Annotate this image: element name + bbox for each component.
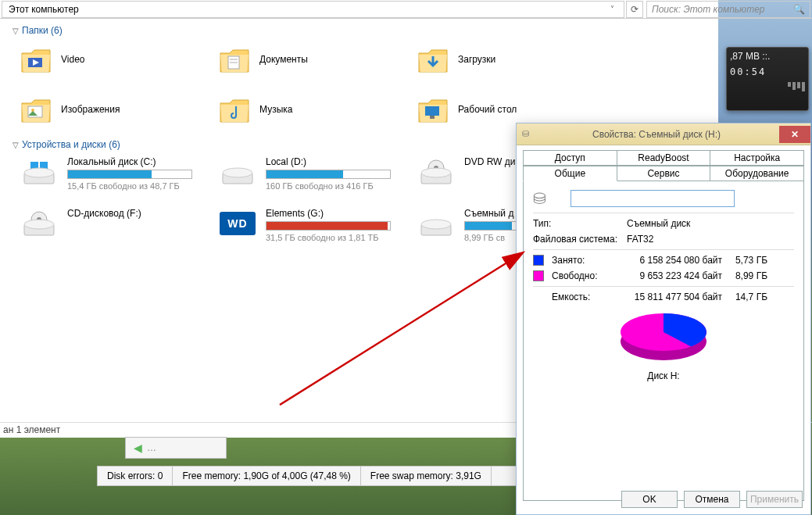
properties-title: Свойства: Съемный диск (H:) — [534, 129, 779, 140]
folder-item-img[interactable]: Изображения — [20, 92, 216, 127]
disk-errors-cell: Disk errors: 0 — [98, 467, 173, 485]
drive-item[interactable]: CD-дисковод (F:) — [20, 208, 216, 242]
drive-subtext: 31,5 ГБ свободно из 1,81 ТБ — [266, 233, 414, 242]
folder-label: Изображения — [61, 104, 120, 115]
section-header-folders[interactable]: ▽ Папки (6) — [13, 25, 812, 36]
free-memory-cell: Free memory: 1,90G of 4,00G (47,48 %) — [173, 467, 360, 485]
tab-общие[interactable]: Общие — [523, 166, 617, 181]
go-back-button[interactable]: ◀ … — [125, 437, 227, 459]
tab-настройка[interactable]: Настройка — [710, 150, 804, 166]
free-memory-label: Free memory: — [182, 470, 241, 481]
free-human: 8,99 ГБ — [725, 270, 767, 281]
folder-item-doc[interactable]: Документы — [219, 42, 414, 77]
gadget-bars — [730, 82, 805, 91]
type-value: Съемный диск — [627, 218, 690, 229]
drive-label: Локальный диск (C:) — [67, 156, 216, 167]
gadget-mb: ,87 MB ::. — [730, 51, 805, 62]
drive-item[interactable]: WD Elements (G:) 31,5 ГБ свободно из 1,8… — [219, 208, 414, 242]
free-legend-swatch — [533, 270, 544, 281]
properties-dialog: ⛁ Свойства: Съемный диск (H:) ✕ ДоступRe… — [516, 123, 811, 515]
folder-icon — [20, 95, 52, 123]
type-label: Тип: — [533, 218, 627, 229]
svg-point-27 — [24, 220, 54, 229]
search-icon: 🔍 — [793, 4, 805, 15]
free-swap-cell: Free swap memory: 3,91G — [361, 467, 492, 485]
folder-label: Музыка — [259, 104, 292, 115]
folder-item-desk[interactable]: Рабочий стол — [417, 92, 613, 127]
folder-icon — [219, 95, 250, 123]
separator — [533, 213, 794, 213]
tab-readyboost[interactable]: ReadyBoost — [617, 150, 711, 166]
drive-large-icon: ⛁ — [533, 189, 571, 208]
free-swap-label: Free swap memory: — [370, 470, 453, 481]
properties-titlebar[interactable]: ⛁ Свойства: Съемный диск (H:) ✕ — [517, 123, 810, 145]
folder-item-video[interactable]: Video — [20, 42, 216, 77]
dialog-button-row: OK Отмена Применить — [621, 491, 803, 508]
refresh-button[interactable]: ⟳ — [626, 1, 643, 18]
folder-label: Рабочий стол — [458, 104, 517, 115]
desktop-gadget[interactable]: ,87 MB ::. 00:54 — [726, 47, 809, 111]
search-placeholder: Поиск: Этот компьютер — [652, 4, 765, 15]
svg-rect-8 — [430, 116, 435, 119]
folder-icon — [20, 45, 52, 73]
tab-сервис[interactable]: Сервис — [617, 166, 711, 181]
search-input[interactable]: Поиск: Этот компьютер 🔍 — [646, 1, 810, 18]
folder-icon — [417, 45, 449, 73]
drive-icon — [417, 208, 455, 239]
disk-errors-value: 0 — [158, 470, 163, 481]
drive-usage-bar — [67, 170, 192, 179]
drive-subtext: 15,4 ГБ свободно из 48,7 ГБ — [67, 181, 216, 191]
address-box[interactable]: Этот компьютер ˅ — [2, 1, 624, 18]
free-label: Свободно: — [552, 270, 627, 281]
drive-label: Local (D:) — [266, 156, 414, 167]
filesystem-label: Файловая система: — [533, 234, 627, 245]
gadget-clock: 00:54 — [730, 66, 805, 77]
section-header-drives-label: Устройства и диски (6) — [22, 139, 120, 150]
svg-point-14 — [24, 168, 54, 177]
volume-label-input[interactable] — [571, 190, 735, 207]
free-bytes: 9 653 223 424 байт — [627, 270, 725, 281]
capacity-bytes: 15 811 477 504 байт — [627, 291, 725, 302]
free-memory-value: 1,90G of 4,00G (47,48 %) — [243, 470, 350, 481]
tab-оборудование[interactable]: Оборудование — [710, 166, 804, 181]
cancel-button[interactable]: Отмена — [684, 491, 740, 508]
drive-usage-bar — [266, 221, 391, 231]
filesystem-value: FAT32 — [627, 234, 653, 245]
tab-panel-general: ⛁ Тип: Съемный диск Файловая система: FA… — [523, 181, 804, 501]
drive-icon: ⛁ — [517, 129, 534, 139]
folder-item-dl[interactable]: Загрузки — [417, 42, 613, 77]
drive-usage-bar — [266, 170, 391, 179]
ok-button[interactable]: OK — [621, 491, 678, 508]
drive-item[interactable]: Local (D:) 160 ГБ свободно из 416 ГБ — [219, 156, 414, 191]
close-icon[interactable]: ✕ — [779, 126, 810, 143]
tab-доступ[interactable]: Доступ — [523, 150, 617, 166]
address-text: Этот компьютер — [9, 4, 79, 15]
usage-pie-chart — [605, 309, 722, 363]
capacity-human: 14,7 ГБ — [725, 291, 767, 302]
go-back-label: … — [147, 442, 156, 453]
chevron-down-icon: ▽ — [13, 141, 19, 149]
svg-point-23 — [421, 168, 451, 177]
used-label: Занято: — [552, 255, 627, 266]
chevron-down-icon: ▽ — [13, 27, 19, 35]
svg-rect-7 — [425, 106, 439, 116]
drive-item[interactable]: Локальный диск (C:) 15,4 ГБ свободно из … — [20, 156, 216, 191]
free-swap-value: 3,91G — [456, 470, 481, 481]
address-bar: Этот компьютер ˅ ⟳ Поиск: Этот компьютер… — [0, 0, 812, 19]
folder-label: Загрузки — [458, 54, 495, 65]
folder-icon — [219, 45, 250, 73]
folder-item-music[interactable]: Музыка — [219, 92, 414, 127]
svg-point-16 — [223, 168, 252, 177]
pie-chart-label: Диск H: — [533, 370, 794, 381]
address-dropdown-icon[interactable]: ˅ — [607, 5, 617, 13]
tabs-container: ДоступReadyBoostНастройка ОбщиеСервисОбо… — [517, 145, 810, 501]
folder-label: Video — [61, 54, 84, 65]
folder-icon — [417, 95, 449, 123]
section-header-folders-label: Папки (6) — [22, 25, 63, 36]
separator — [533, 286, 794, 287]
drive-icon: WD — [219, 208, 256, 239]
folder-label: Документы — [259, 54, 308, 65]
used-human: 5,73 ГБ — [725, 255, 767, 266]
apply-button[interactable]: Применить — [746, 491, 803, 508]
drive-icon: DVDDVD — [417, 156, 455, 188]
